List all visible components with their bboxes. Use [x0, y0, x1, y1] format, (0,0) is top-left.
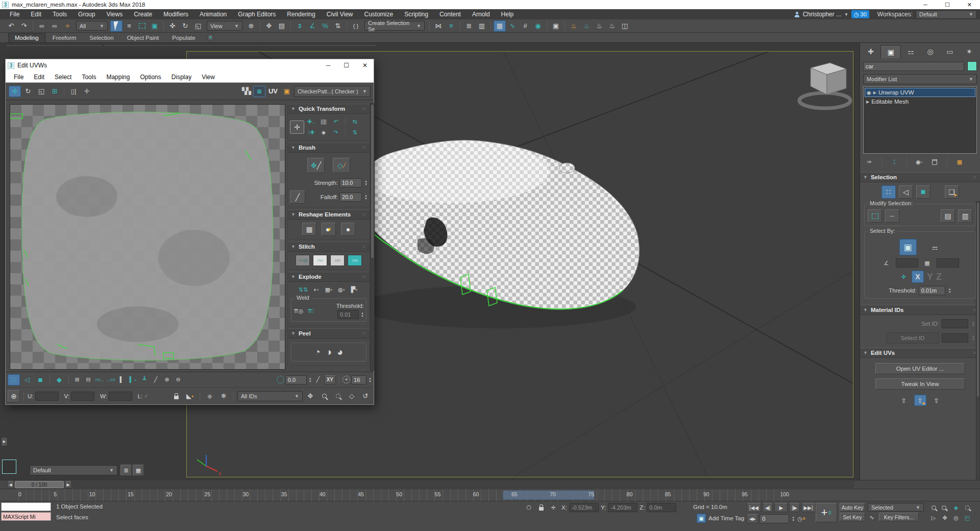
uv-face-mode-button[interactable]: ■	[34, 374, 46, 385]
select-ring-icon[interactable]: ▤	[941, 209, 955, 223]
ribbon-tab-populate[interactable]: Populate	[166, 34, 201, 42]
set-key-button[interactable]: Set Key	[840, 513, 865, 521]
align-button[interactable]: ≡	[445, 20, 457, 32]
threshold-field[interactable]	[919, 286, 945, 295]
uvw-menu-edit[interactable]: Edit	[29, 74, 50, 81]
explode-header[interactable]: ▼Explode⁙	[288, 272, 370, 282]
modifier-stack-row[interactable]: ◉ ▶ Unwrap UVW	[865, 88, 975, 97]
brush-header[interactable]: ▼Brush⁙	[288, 142, 370, 153]
layer-manager-button[interactable]: ≣	[463, 20, 475, 32]
preset-dropdown[interactable]: Default▼	[30, 465, 117, 475]
select-id-button[interactable]: Select ID	[886, 332, 939, 344]
uv-element-mode-button[interactable]: ◆	[53, 374, 65, 385]
stitch-to-source-icon[interactable]: ∩∩	[330, 255, 345, 266]
ribbon-tab-freeform[interactable]: Freeform	[46, 34, 83, 42]
pan-icon[interactable]: ✥	[304, 391, 316, 402]
grow-selection-icon[interactable]	[868, 209, 882, 223]
axis-x-button[interactable]: X	[912, 271, 924, 283]
uvw-move-button[interactable]: ✜	[9, 86, 21, 97]
play-button[interactable]: ▶	[774, 503, 788, 512]
material-preview-swatch[interactable]	[2, 460, 16, 474]
lock-selection-icon[interactable]	[170, 391, 182, 402]
select-id-spinner[interactable]: ▲▼	[972, 335, 975, 341]
ribbon-tab-modeling[interactable]: Modeling	[8, 33, 45, 42]
frame-back-button[interactable]: ◀	[7, 481, 14, 488]
strength-field[interactable]	[339, 178, 362, 187]
quick-peel-icon[interactable]: ◔	[314, 346, 321, 358]
z-coord-field[interactable]	[647, 503, 676, 512]
lock-aspect-checkbox[interactable]: ✓	[144, 393, 148, 399]
backface-mode-icon[interactable]: ⚎	[929, 242, 941, 253]
frame-spinner[interactable]: ▲▼	[792, 516, 795, 522]
panel-scrollbar[interactable]	[976, 201, 980, 528]
spinner-snap-button[interactable]: ⇅	[332, 20, 344, 32]
set-id-field[interactable]	[942, 319, 968, 328]
key-step-toggle[interactable]: ◀▶	[747, 514, 758, 523]
redo-icon[interactable]: ↷	[18, 20, 30, 32]
pan-viewport-icon[interactable]: ✥	[940, 513, 950, 522]
selection-rollout-header[interactable]: ▼Selection⁙	[860, 172, 980, 182]
expand-tray-button[interactable]: ▶	[1, 437, 8, 446]
maximize-viewport-icon[interactable]: ◰	[962, 513, 972, 522]
menu-tools[interactable]: Tools	[47, 9, 72, 19]
move-brush-button[interactable]: ✥╱	[307, 158, 325, 173]
selection-filter-dropdown[interactable]: All▼	[76, 21, 108, 31]
uvw-side-scrollbar[interactable]	[370, 103, 375, 371]
falloff-curve-button[interactable]: ╱	[290, 190, 305, 204]
time-configuration-icon[interactable]: ◷⚙	[796, 514, 806, 523]
paint-select-icon[interactable]: ╱	[151, 375, 161, 384]
break-edges-icon[interactable]: ◗▫	[311, 285, 321, 294]
window-crossing-button[interactable]: ▣	[149, 20, 161, 32]
planar-angle-field[interactable]	[896, 258, 918, 268]
modifier-stack-row[interactable]: ▶ Editable Mesh	[865, 97, 975, 106]
notification-badge[interactable]: ◷30	[851, 10, 869, 18]
signed-in-user[interactable]: Christopher ...	[803, 11, 841, 18]
menu-animation[interactable]: Animation	[194, 9, 232, 19]
modifier-list-dropdown[interactable]: Modifier List▼	[863, 74, 977, 84]
go-to-end-button[interactable]: ▶▶|	[801, 503, 816, 512]
expand-arrow-icon[interactable]: ▶	[866, 100, 869, 104]
menu-civil-view[interactable]: Civil View	[321, 9, 359, 19]
stitch-to-average-icon[interactable]: ∩∩	[348, 255, 362, 266]
panel-scrollbar-thumb[interactable]	[977, 203, 979, 397]
maxscript-listener-pink[interactable]: MAXScript Mi	[1, 512, 51, 521]
field-of-view-icon[interactable]: ▷	[928, 513, 939, 522]
space-vertical-icon[interactable]: ⇅	[350, 128, 360, 137]
matid-filter-dropdown[interactable]: All IDs▼	[237, 391, 303, 401]
uvw-menu-display[interactable]: Display	[166, 74, 197, 81]
strength-spinner[interactable]: ▲▼	[364, 180, 368, 186]
falloff-space-spinner[interactable]: ▲▼	[309, 377, 312, 383]
scale-button[interactable]: ◱	[192, 20, 204, 32]
maximize-icon[interactable]: ☐	[945, 2, 950, 8]
material-ids-rollout-header[interactable]: ▼Material IDs⁙	[860, 305, 980, 315]
quick-planar-map-icon[interactable]: ⇧	[898, 395, 910, 406]
move-button[interactable]: ✜	[166, 20, 179, 32]
curve-editor-button[interactable]: ∿	[506, 20, 519, 32]
xy-space-button[interactable]: XY	[324, 375, 336, 384]
menu-file[interactable]: File	[4, 9, 25, 19]
uvw-maximize-icon[interactable]: ☐	[344, 62, 349, 69]
align-element-icon[interactable]: ⁞✚	[306, 128, 316, 137]
menu-modifiers[interactable]: Modifiers	[158, 9, 194, 19]
named-selection-sets-button[interactable]: { }	[350, 20, 362, 32]
axis-z-button[interactable]: Z	[936, 272, 942, 282]
set-keys-button[interactable]: +⚲	[816, 503, 837, 522]
key-filters-button[interactable]: Key Filters...	[879, 513, 919, 521]
limit-soft-selection-icon[interactable]: ✛	[342, 376, 350, 383]
peel-header[interactable]: ▼Peel⁙	[288, 328, 370, 339]
threshold-spinner[interactable]: ▲▼	[948, 287, 951, 294]
expand-arrow-icon[interactable]: ▶	[873, 90, 876, 95]
orbit-icon[interactable]: ◎	[951, 513, 961, 522]
tab-modify[interactable]: ▣	[880, 45, 901, 58]
uvw-mirror-button[interactable]: ▯|	[67, 86, 80, 97]
tab-display[interactable]: ▭	[940, 45, 960, 58]
scene-explorer-button[interactable]: ▥	[476, 20, 488, 32]
keyable-icon[interactable]: ∿	[867, 513, 877, 522]
uvw-scale-button[interactable]: ◱	[35, 86, 47, 97]
quick-transform-header[interactable]: ▼Quick Transform⁙	[288, 104, 370, 114]
auto-key-button[interactable]: Auto Key	[840, 503, 865, 512]
space-horizontal-icon[interactable]: ⇆	[350, 117, 360, 126]
uvw-minimize-icon[interactable]: ─	[326, 62, 331, 69]
show-end-result-icon[interactable]: ⌶	[889, 157, 899, 166]
time-slider-thumb[interactable]: 0 / 100	[15, 481, 64, 488]
